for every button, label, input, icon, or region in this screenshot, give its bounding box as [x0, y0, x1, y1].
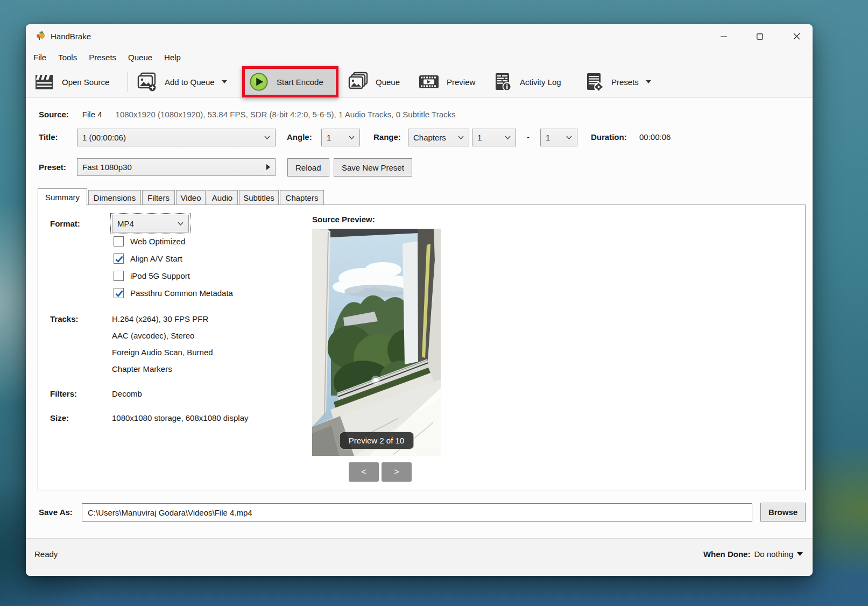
title-select[interactable]: 1 (00:00:06) — [77, 129, 276, 146]
tab-dimensions[interactable]: Dimensions — [88, 190, 141, 205]
tab-audio[interactable]: Audio — [207, 190, 238, 205]
save-as-input[interactable] — [82, 503, 752, 522]
presets-button[interactable]: Presets — [584, 66, 651, 97]
save-as-label: Save As: — [39, 508, 73, 517]
preview-filmstrip-icon — [418, 72, 440, 92]
preset-label: Preset: — [39, 163, 66, 172]
chevron-right-icon — [266, 164, 270, 170]
track-subtitle: Foreign Audio Scan, Burned — [112, 348, 213, 357]
chevron-down-icon — [566, 136, 572, 139]
chevron-down-icon — [458, 136, 464, 139]
angle-select[interactable]: 1 — [321, 129, 360, 146]
web-optimized-label: Web Optimized — [130, 237, 185, 246]
preset-select[interactable]: Fast 1080p30 — [77, 158, 276, 176]
open-source-button[interactable]: Open Source — [33, 66, 109, 97]
align-av-start-checkbox[interactable] — [114, 253, 124, 264]
range-separator: - — [527, 132, 530, 142]
reload-button[interactable]: Reload — [287, 158, 329, 177]
source-label: Source: — [39, 110, 69, 119]
statusbar: Ready When Done: Do nothing — [26, 538, 813, 576]
passthru-metadata-checkbox[interactable] — [114, 288, 124, 298]
preview-label: Preview — [447, 77, 475, 87]
source-row: Source: File 4 1080x1920 (1080x1920), 53… — [39, 108, 456, 121]
range-from-select[interactable]: 1 — [472, 129, 516, 146]
range-type-select[interactable]: Chapters — [408, 129, 469, 146]
preview-next-button[interactable]: > — [382, 462, 412, 482]
tab-video[interactable]: Video — [176, 190, 206, 205]
activity-log-label: Activity Log — [520, 77, 561, 87]
chevron-down-icon — [264, 136, 270, 139]
chevron-down-icon — [222, 80, 227, 83]
chevron-down-icon — [349, 136, 355, 139]
activity-log-icon — [492, 72, 513, 92]
web-optimized-checkbox[interactable] — [114, 236, 124, 246]
activity-log-button[interactable]: Activity Log — [492, 66, 561, 97]
clapperboard-icon — [33, 72, 55, 92]
tab-chapters[interactable]: Chapters — [280, 190, 324, 205]
add-to-queue-button[interactable]: Add to Queue — [136, 66, 227, 97]
handbrake-window: HandBrake File Tools Presets Queue Help — [26, 24, 813, 576]
chevron-down-icon — [797, 552, 803, 556]
range-label: Range: — [373, 132, 401, 142]
range-to-select[interactable]: 1 — [540, 129, 577, 146]
minimize-button[interactable] — [711, 24, 736, 48]
menu-help[interactable]: Help — [158, 50, 187, 65]
source-preview-image: Preview 2 of 10 — [312, 229, 441, 456]
preview-button[interactable]: Preview — [418, 66, 475, 97]
tab-filters[interactable]: Filters — [142, 190, 175, 205]
format-select[interactable]: MP4 — [112, 215, 189, 232]
angle-label: Angle: — [287, 132, 312, 142]
chevron-down-icon — [505, 136, 511, 139]
tab-summary[interactable]: Summary — [38, 188, 87, 206]
size-value: 1080x1080 storage, 608x1080 display — [112, 413, 249, 422]
queue-icon — [347, 72, 369, 92]
window-title: HandBrake — [51, 32, 91, 41]
add-photo-icon — [136, 72, 158, 92]
when-done-dropdown[interactable]: When Done: Do nothing — [703, 549, 803, 559]
check-icon — [115, 290, 123, 298]
maximize-icon — [757, 33, 763, 40]
duration-value: 00:00:06 — [639, 132, 671, 142]
source-preview-label: Source Preview: — [312, 215, 375, 224]
menu-queue[interactable]: Queue — [122, 50, 158, 65]
source-file: File 4 — [82, 110, 102, 119]
chevron-down-icon — [178, 222, 184, 226]
queue-label: Queue — [376, 77, 400, 87]
source-details: 1080x1920 (1080x1920), 53.84 FPS, SDR (8… — [116, 110, 456, 119]
track-video: H.264 (x264), 30 FPS PFR — [112, 314, 208, 323]
align-av-start-label: Align A/V Start — [130, 254, 182, 263]
filters-label: Filters: — [50, 389, 77, 398]
ipod-5g-label: iPod 5G Support — [130, 271, 190, 280]
duration-label: Duration: — [591, 132, 627, 142]
toolbar-separator — [128, 72, 128, 92]
track-chapters: Chapter Markers — [112, 364, 172, 374]
open-source-label: Open Source — [62, 77, 109, 87]
tab-strip: Summary Dimensions Filters Video Audio S… — [26, 188, 813, 206]
format-label: Format: — [50, 219, 80, 228]
filters-value: Decomb — [112, 389, 142, 398]
add-to-queue-label: Add to Queue — [165, 77, 215, 87]
menu-file[interactable]: File — [27, 50, 52, 65]
preset-row: Preset: Fast 1080p30 Reload Save New Pre… — [26, 158, 813, 177]
preview-prev-button[interactable]: < — [349, 462, 379, 482]
menubar: File Tools Presets Queue Help — [26, 48, 813, 66]
tracks-label: Tracks: — [50, 314, 79, 323]
passthru-metadata-label: Passthru Common Metadata — [130, 288, 233, 298]
start-encode-label: Start Encode — [277, 77, 323, 87]
tab-subtitles[interactable]: Subtitles — [239, 190, 279, 205]
save-new-preset-button[interactable]: Save New Preset — [334, 158, 412, 177]
track-audio: AAC (avcodec), Stereo — [112, 331, 194, 340]
status-ready: Ready — [34, 549, 58, 559]
close-icon — [793, 33, 800, 40]
maximize-button[interactable] — [747, 24, 772, 48]
start-encode-button[interactable]: Start Encode — [242, 66, 338, 97]
summary-panel: Format: MP4 Web Optimized Align A/V Star… — [38, 205, 806, 490]
menu-tools[interactable]: Tools — [52, 50, 83, 65]
queue-button[interactable]: Queue — [347, 66, 400, 97]
menu-presets[interactable]: Presets — [83, 50, 122, 65]
ipod-5g-checkbox[interactable] — [114, 271, 124, 281]
close-button[interactable] — [784, 24, 809, 48]
preview-count-badge: Preview 2 of 10 — [339, 432, 414, 449]
handbrake-logo-icon — [35, 31, 46, 43]
browse-button[interactable]: Browse — [760, 503, 806, 522]
